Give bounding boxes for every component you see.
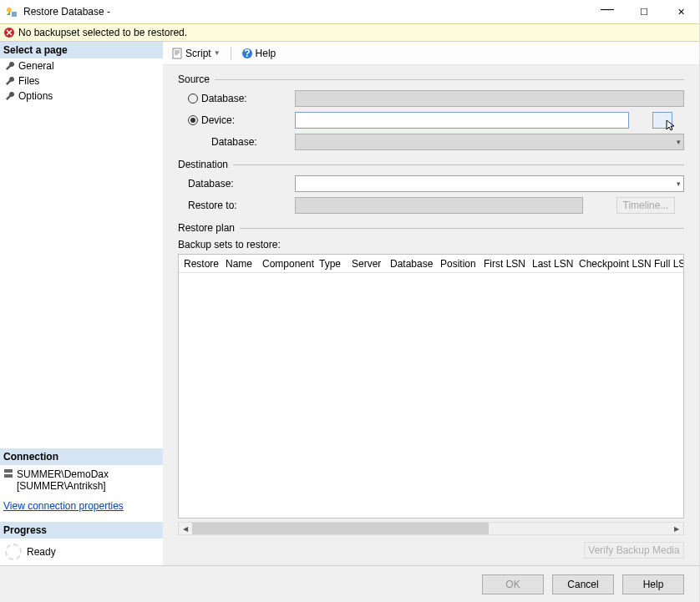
page-label: Options xyxy=(18,90,53,102)
scroll-right-button[interactable]: ▶ xyxy=(670,523,683,534)
progress-spinner-icon xyxy=(5,544,22,560)
destination-database-label: Database: xyxy=(178,178,295,190)
divider xyxy=(233,164,684,165)
col-component[interactable]: Component xyxy=(257,258,314,270)
left-panel: Select a page General Files Options Conn… xyxy=(0,42,163,565)
script-button[interactable]: Script ▼ xyxy=(168,46,224,61)
col-checkpoint-lsn[interactable]: Checkpoint LSN xyxy=(574,258,649,270)
page-files[interactable]: Files xyxy=(0,73,163,89)
source-title: Source xyxy=(178,73,210,85)
connection-user: [SUMMER\Antriksh] xyxy=(17,480,109,492)
divider xyxy=(240,228,684,229)
help-icon: ? xyxy=(241,48,253,59)
help-button[interactable]: ? Help xyxy=(238,46,280,61)
col-type[interactable]: Type xyxy=(314,258,347,270)
server-icon xyxy=(3,468,13,478)
progress-header: Progress xyxy=(0,522,163,539)
page-label: Files xyxy=(18,75,39,87)
page-options[interactable]: Options xyxy=(0,89,163,104)
window-buttons: — ☐ ✕ xyxy=(589,0,699,23)
select-page-header: Select a page xyxy=(0,42,163,58)
message-text: No backupset selected to be restored. xyxy=(18,27,187,38)
backup-sets-table[interactable]: Restore Name Component Type Server Datab… xyxy=(178,254,684,519)
browse-device-button[interactable] xyxy=(652,112,672,129)
page-label: General xyxy=(18,60,54,72)
radio-label: Device: xyxy=(201,114,235,126)
verify-backup-media-button: Verify Backup Media xyxy=(584,542,684,559)
divider xyxy=(215,79,684,80)
cancel-button[interactable]: Cancel xyxy=(552,574,614,594)
view-connection-properties-link[interactable]: View connection properties xyxy=(0,493,127,522)
close-button[interactable]: ✕ xyxy=(662,0,699,23)
scroll-track[interactable] xyxy=(192,523,670,534)
destination-title: Destination xyxy=(178,159,228,170)
footer: OK Cancel Help xyxy=(0,565,699,602)
restore-to-input xyxy=(295,197,583,214)
help-label: Help xyxy=(256,48,276,59)
svg-rect-4 xyxy=(4,474,13,478)
col-server[interactable]: Server xyxy=(347,258,385,270)
source-sub-database-label: Database: xyxy=(178,136,295,148)
help-button[interactable]: Help xyxy=(622,574,684,594)
svg-point-0 xyxy=(7,8,12,13)
wrench-icon xyxy=(5,76,15,86)
wrench-icon xyxy=(5,61,15,71)
right-panel: Script ▼ ? Help Source Database: xyxy=(163,42,699,565)
horizontal-scrollbar[interactable]: ◀ ▶ xyxy=(178,522,684,535)
svg-rect-5 xyxy=(173,48,181,58)
dropdown-icon[interactable]: ▼ xyxy=(214,49,221,57)
source-device-input[interactable] xyxy=(295,112,629,129)
connection-header: Connection xyxy=(0,448,163,465)
restore-plan-title: Restore plan xyxy=(178,222,235,234)
window-title: Restore Database - xyxy=(23,6,589,18)
col-last-lsn[interactable]: Last LSN xyxy=(527,258,574,270)
wrench-icon xyxy=(5,91,15,101)
radio-icon-selected xyxy=(188,115,198,125)
progress-text: Ready xyxy=(27,546,56,558)
scroll-left-button[interactable]: ◀ xyxy=(179,523,192,534)
toolbar-separator xyxy=(231,47,231,60)
col-name[interactable]: Name xyxy=(221,258,257,270)
page-general[interactable]: General xyxy=(0,58,163,73)
timeline-button: Timeline... xyxy=(616,197,675,214)
source-sub-database-combo: ▾ xyxy=(295,134,684,150)
col-database[interactable]: Database xyxy=(385,258,435,270)
titlebar: Restore Database - — ☐ ✕ xyxy=(0,0,699,23)
svg-rect-3 xyxy=(4,469,13,473)
source-database-combo xyxy=(295,90,684,107)
col-position[interactable]: Position xyxy=(435,258,479,270)
message-bar: No backupset selected to be restored. xyxy=(0,23,699,42)
restore-plan-subtitle: Backup sets to restore: xyxy=(178,239,684,250)
source-device-radio[interactable]: Device: xyxy=(178,114,295,126)
source-database-radio[interactable]: Database: xyxy=(178,93,295,104)
error-icon xyxy=(3,27,15,38)
chevron-down-icon: ▾ xyxy=(677,138,681,146)
svg-rect-1 xyxy=(12,12,17,17)
cursor-icon xyxy=(665,119,678,134)
ok-button: OK xyxy=(482,574,544,594)
chevron-down-icon: ▾ xyxy=(677,180,681,188)
col-first-lsn[interactable]: First LSN xyxy=(479,258,527,270)
maximize-button[interactable]: ☐ xyxy=(626,0,662,23)
app-icon xyxy=(5,5,18,18)
minimize-button[interactable]: — xyxy=(589,0,626,21)
script-label: Script xyxy=(185,48,211,59)
script-icon xyxy=(171,48,183,59)
svg-text:?: ? xyxy=(244,48,250,59)
restore-to-label: Restore to: xyxy=(178,200,295,211)
connection-server: SUMMER\DemoDax xyxy=(17,468,109,480)
radio-label: Database: xyxy=(201,93,247,104)
scroll-thumb[interactable] xyxy=(192,523,489,534)
col-restore[interactable]: Restore xyxy=(179,258,221,270)
toolbar: Script ▼ ? Help xyxy=(163,42,699,65)
col-full-lsn[interactable]: Full LSN xyxy=(649,258,684,270)
table-header: Restore Name Component Type Server Datab… xyxy=(179,255,683,273)
destination-database-combo[interactable]: ▾ xyxy=(295,175,684,192)
radio-icon xyxy=(188,94,198,104)
